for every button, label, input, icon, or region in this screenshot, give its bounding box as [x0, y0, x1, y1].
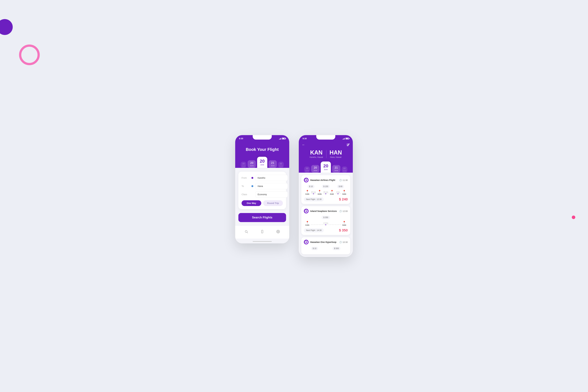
map-pin-kan-2: 📍 — [306, 221, 309, 224]
map-pin-han-2: 📍 — [343, 221, 346, 224]
dashed-line-1: ✈ — [311, 194, 316, 194]
flight-card-hyperloop[interactable]: Hawaiian One Hyperloop 🕐 10:30 $ 10 $ 50… — [301, 237, 350, 254]
flight-card-seaplane[interactable]: Island Seaplane Services 🕐 12:00 $ 350 📍 — [301, 206, 350, 235]
date-item-21[interactable]: 21 June — [269, 160, 277, 168]
map-pin-icon-kan: 📍 — [306, 190, 309, 193]
price-tag-hyp-2: $ 500 — [332, 247, 340, 250]
date-p2-22-next[interactable]: 22 June — [342, 166, 347, 173]
signal-bars-2 — [343, 138, 345, 140]
nav-settings-button[interactable] — [275, 228, 281, 235]
airline-logo-3 — [304, 240, 309, 244]
from-input[interactable] — [255, 175, 288, 181]
bottom-nav — [235, 226, 289, 238]
round-trip-button[interactable]: Round Trip — [263, 200, 283, 206]
date-num: 21 — [334, 166, 339, 169]
route-point-han: 📍 HAN — [341, 190, 348, 195]
date-month: June — [323, 168, 328, 170]
date-num: 20 — [249, 162, 254, 164]
price-tag-3: $ 80 — [337, 185, 344, 188]
date-p2-20[interactable]: 20 June — [311, 165, 319, 173]
filter-icon[interactable] — [346, 143, 350, 146]
price-stops-row-3: $ 10 $ 500 — [304, 247, 348, 250]
to-row: To — [242, 183, 283, 189]
trip-type-row: One Way Round Trip — [242, 200, 283, 206]
nav-search-button[interactable] — [243, 228, 249, 235]
svg-point-9 — [348, 145, 348, 146]
svg-rect-2 — [261, 230, 263, 233]
battery-fill-2 — [346, 138, 348, 139]
airline-name-3: Hawaiian One Hyperloop — [310, 241, 336, 243]
route-display: KAN Kaneho, Hawaii HAN Hana, Hawaii — [302, 148, 350, 162]
airline-logo — [304, 178, 309, 182]
airline-info-2: Island Seaplane Services — [304, 209, 337, 214]
dashed-line-seaplane: ✈ — [311, 224, 341, 225]
map-pin-icon-hon: 📍 — [318, 190, 321, 193]
flight-time-3: 10:30 — [342, 241, 348, 243]
date-p2-20-active[interactable]: 20 June — [321, 162, 331, 173]
home-indicator — [235, 238, 289, 243]
route-point-kah: 📍 KAH — [329, 190, 335, 195]
next-flight-label-2: Next Flight : 14:30 — [304, 228, 324, 232]
date-num: 20 — [260, 159, 265, 164]
origin-airport: KAN Kaneho, Hawaii — [310, 150, 323, 158]
airline-dot — [306, 180, 307, 181]
svg-point-3 — [278, 231, 279, 232]
phone1-body: From To Class One Wa — [235, 168, 289, 226]
total-price-1: $ 240 — [339, 197, 348, 202]
decorative-dot-right — [572, 216, 575, 219]
clock-icon: 🕐 — [339, 179, 342, 182]
status-time-phone2: 9:30 — [303, 137, 307, 140]
price-tag-1: $ 10 — [308, 185, 314, 188]
flight-card-hawaiian-airlines[interactable]: Hawaiian Airlines Flight 🕐 11:30 $ 10 $ … — [301, 175, 350, 204]
airline-logo-2 — [304, 209, 309, 214]
date-item-22-prev[interactable]: 22 June — [241, 162, 246, 168]
flight-time-badge-2: 🕐 12:00 — [339, 210, 348, 212]
phones-wrapper: 9:30 Book Your Flight 22 June — [235, 135, 353, 257]
route-point-kan-2: 📍 KAN — [304, 221, 311, 226]
date-p2-21[interactable]: 21 June — [332, 165, 340, 173]
route-code-han-2: HAN — [342, 224, 346, 226]
clock-icon-2: 🕐 — [339, 210, 342, 212]
flight-time-badge-3: 🕐 10:30 — [339, 241, 348, 243]
date-item-20[interactable]: 20 June — [248, 160, 256, 168]
date-num: 22 — [305, 168, 309, 170]
signal-bar-1 — [343, 139, 343, 140]
date-num: 20 — [313, 166, 318, 169]
search-flights-button[interactable]: Search Flights — [238, 213, 286, 222]
airline-logo-inner-2 — [305, 210, 308, 212]
to-input[interactable] — [255, 183, 288, 189]
map-pin-icon-han: 📍 — [343, 190, 346, 193]
date-item-20-active[interactable]: 20 June — [257, 157, 267, 168]
price-tag-hyp-1: $ 10 — [311, 247, 318, 250]
nav-home-button[interactable] — [259, 228, 265, 235]
class-input[interactable] — [255, 192, 288, 198]
route-seg-seaplane: 1.5 hrs ✈ — [311, 222, 341, 225]
phone-booking: 9:30 Book Your Flight 22 June — [235, 135, 289, 243]
to-label: To — [242, 185, 249, 188]
status-icons-phone2 — [343, 138, 349, 140]
date-num: 22 — [279, 162, 283, 165]
back-button[interactable]: ← — [302, 143, 305, 146]
airline-logo-inner-3 — [305, 241, 308, 244]
date-carousel-phone1: 22 June 20 June 20 June 21 June 22 Jun — [239, 157, 285, 168]
dashed-line-2: ✈ — [323, 194, 328, 194]
plane-icon-seaplane: ✈ — [325, 224, 327, 226]
one-way-button[interactable]: One Way — [242, 200, 261, 206]
airline-dot-3 — [306, 242, 307, 243]
date-item-22-next[interactable]: 22 June — [278, 162, 284, 168]
status-icons-phone1 — [279, 138, 285, 140]
flight-time: 11:30 — [342, 179, 348, 182]
date-month: June — [334, 170, 339, 171]
date-num: 22 — [242, 162, 245, 165]
date-num: 22 — [343, 168, 346, 170]
signal-bar-3 — [281, 138, 281, 140]
plane-icon-3: ✈ — [337, 192, 339, 195]
battery-icon — [282, 138, 285, 140]
plane-icon-2: ✈ — [325, 192, 327, 195]
clock-icon-3: 🕐 — [339, 241, 342, 243]
next-flight-label-1: Next Flight : 12:30 — [304, 197, 324, 202]
decorative-blob-left — [0, 19, 13, 35]
phone1-header: Book Your Flight 22 June 20 June 20 June… — [235, 141, 289, 168]
route-code-kan-2: KAN — [305, 224, 309, 226]
date-p2-22-prev[interactable]: 22 June — [304, 166, 310, 173]
